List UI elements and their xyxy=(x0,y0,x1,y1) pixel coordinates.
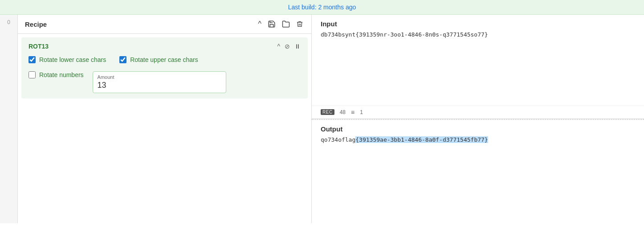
sidebar-number: 0 xyxy=(7,19,10,25)
lines-icon: ≡ xyxy=(351,109,355,116)
rec-badge: REC xyxy=(321,109,334,115)
rot13-disable-button[interactable]: ⊘ xyxy=(285,43,290,50)
recipe-panel: Recipe ^ xyxy=(18,15,312,223)
open-folder-button[interactable] xyxy=(281,19,291,29)
top-bar-text: Last build: 2 months ago xyxy=(288,4,356,11)
rotate-upper-case-text: Rotate upper case chars xyxy=(130,56,198,63)
rotate-numbers-text: Rotate numbers xyxy=(39,71,84,78)
output-highlight: {391359ae-3bb1-4846-8a0f-d3771545fb77} xyxy=(355,136,488,143)
input-stats-bar: REC 48 ≡ 1 xyxy=(312,106,644,119)
right-panel: Input db734bsynt{391359nr-3oo1-4846-8n0s… xyxy=(312,15,644,223)
output-section: Output qo734oflag{391359ae-3bb1-4846-8a0… xyxy=(312,120,644,224)
rotate-lower-case-checkbox[interactable] xyxy=(29,56,36,63)
save-button[interactable] xyxy=(267,19,277,29)
rotate-numbers-label[interactable]: Rotate numbers xyxy=(29,71,84,78)
amount-input[interactable] xyxy=(98,81,221,90)
recipe-empty-area xyxy=(18,102,311,223)
input-section: Input db734bsynt{391359nr-3oo1-4846-8n0s… xyxy=(312,15,644,119)
rotate-numbers-checkbox[interactable] xyxy=(29,71,36,78)
recipe-header: Recipe ^ xyxy=(18,15,311,34)
input-section-header: Input xyxy=(312,15,644,31)
amount-field-container: Amount xyxy=(93,71,226,93)
amount-label: Amount xyxy=(98,74,221,80)
input-text: db734bsynt{391359nr-3oo1-4846-8n0s-q3771… xyxy=(312,31,644,106)
left-sidebar: 0 xyxy=(0,15,18,223)
rotate-upper-case-checkbox[interactable] xyxy=(119,56,126,63)
output-section-header: Output xyxy=(312,120,644,136)
char-count: 48 xyxy=(340,109,346,115)
output-text: qo734oflag{391359ae-3bb1-4846-8a0f-d3771… xyxy=(312,136,644,143)
rot13-title: ROT13 xyxy=(29,43,277,50)
lines-count: 1 xyxy=(360,109,363,115)
delete-button[interactable] xyxy=(295,19,304,29)
rot13-pause-button[interactable]: ⏸ xyxy=(294,43,301,50)
rotate-lower-case-label[interactable]: Rotate lower case chars xyxy=(29,56,106,63)
rot13-section: ROT13 ^ ⊘ ⏸ Rotate lower case chars Rota… xyxy=(21,37,308,98)
rotate-lower-case-text: Rotate lower case chars xyxy=(39,56,106,63)
rotate-upper-case-label[interactable]: Rotate upper case chars xyxy=(119,56,198,63)
top-bar: Last build: 2 months ago xyxy=(0,0,644,15)
recipe-title: Recipe xyxy=(25,20,253,28)
collapse-recipe-button[interactable]: ^ xyxy=(257,19,262,29)
rot13-collapse-button[interactable]: ^ xyxy=(277,43,280,50)
